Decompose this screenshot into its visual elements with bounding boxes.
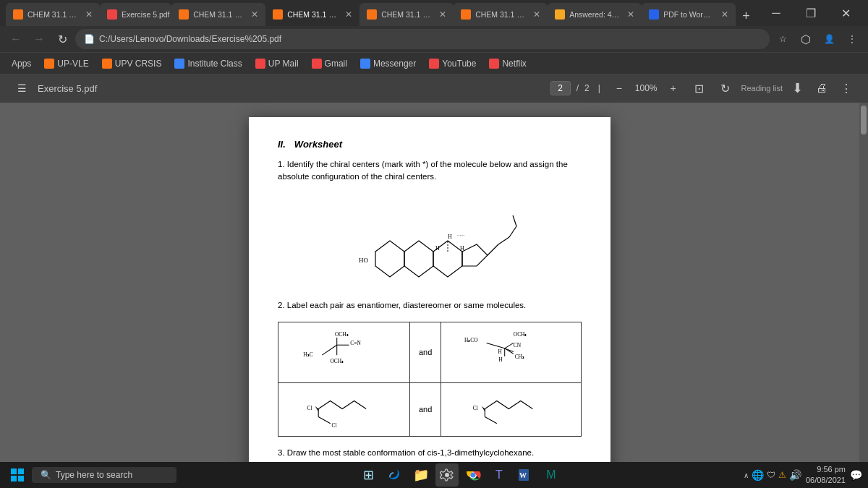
taskbar-volume-icon[interactable]: 🔊: [789, 469, 801, 481]
bookmark-apps[interactable]: Apps: [6, 57, 37, 70]
svg-text:Cl: Cl: [472, 405, 477, 411]
pdf-zoom-out-button[interactable]: −: [609, 78, 629, 98]
bookmark-netflix[interactable]: Netflix: [483, 57, 532, 70]
forward-button[interactable]: →: [29, 29, 49, 49]
svg-point-51: [445, 473, 449, 477]
tab-close-1[interactable]: ✕: [85, 9, 93, 20]
start-button[interactable]: [6, 463, 29, 487]
taskbar-meet[interactable]: M: [540, 463, 563, 487]
reload-button[interactable]: ↻: [52, 29, 72, 49]
restore-button[interactable]: ❐: [794, 0, 827, 26]
pdf-print-button[interactable]: 🖨: [812, 78, 832, 98]
tab-chem-4[interactable]: CHEM 31.1 (ABCD) MY A… ✕: [265, 3, 359, 26]
tab-favicon-5: [367, 9, 377, 20]
pdf-page-controls: / 2 | − 100% + ⊡ ↻: [550, 78, 736, 98]
new-tab-button[interactable]: +: [739, 6, 754, 26]
bookmark-youtube[interactable]: YouTube: [423, 57, 482, 70]
bookmark-gmail-label: Gmail: [325, 59, 347, 69]
scrollbar-thumb[interactable]: [861, 106, 867, 134]
lock-icon: 📄: [84, 34, 95, 44]
q1-text: Identify the chiral centers (mark with *…: [278, 160, 568, 181]
taskbar-network-icon[interactable]: 🌐: [752, 469, 764, 481]
star-button[interactable]: ☆: [773, 29, 793, 49]
pdf-page-input[interactable]: [550, 81, 571, 95]
tab-chem-6[interactable]: CHEM 31.1 (ABCD) MY A… ✕: [454, 3, 548, 26]
bookmark-upvcrsis[interactable]: UPV CRSIS: [96, 57, 168, 70]
tab-label-6: CHEM 31.1 (ABCD) MY A…: [475, 10, 526, 19]
tab-exercise5[interactable]: Exercise 5.pdf ✕: [100, 3, 171, 26]
taskbar-edge-icon[interactable]: [383, 463, 407, 487]
tab-label-8: PDF to Word Converter -…: [663, 10, 714, 19]
pdf-fit-button[interactable]: ⊡: [689, 78, 710, 98]
svg-text:H₃CO: H₃CO: [464, 336, 478, 343]
address-bar[interactable]: 📄 C:/Users/Lenovo/Downloads/Exercise%205…: [75, 29, 770, 49]
pdf-zoom-level: 100%: [635, 83, 658, 93]
profile-button[interactable]: 👤: [819, 29, 839, 49]
taskbar-notification-icon[interactable]: 💬: [850, 469, 862, 481]
pdf-menu-button[interactable]: ☰: [12, 78, 32, 98]
tab-chem-1[interactable]: CHEM 31.1 (ABCD) MY A… ✕: [6, 3, 100, 26]
tab-close-7[interactable]: ✕: [627, 9, 634, 20]
taskbar-chrome[interactable]: [461, 463, 485, 487]
question-1: 1. Identify the chiral centers (mark wit…: [278, 158, 582, 184]
menu-button[interactable]: ⋮: [842, 29, 862, 49]
bookmark-upvle[interactable]: UP-VLE: [38, 57, 94, 70]
tab-close-3[interactable]: ✕: [251, 9, 258, 20]
tab-label-4: CHEM 31.1 (ABCD) MY A…: [287, 10, 338, 19]
reading-list-label: Reading list: [741, 84, 783, 93]
bookmark-upvcrsis-label: UPV CRSIS: [115, 59, 162, 69]
taskbar-chevron-up-icon[interactable]: ∧: [744, 471, 749, 479]
taskbar-teams[interactable]: T: [488, 463, 511, 487]
svg-rect-49: [11, 476, 17, 481]
bookmark-messenger[interactable]: Messenger: [354, 57, 422, 70]
svg-text:H: H: [435, 245, 440, 252]
tab-group: CHEM 31.1 (ABCD) MY A… ✕ Exercise 5.pdf …: [6, 0, 754, 26]
q2-text: Label each pair as enantiomer, diastereo…: [287, 301, 526, 309]
tab-favicon-1: [13, 9, 23, 20]
taskbar-settings[interactable]: [435, 463, 459, 487]
pdf-more-button[interactable]: ⋮: [836, 78, 856, 98]
pdf-zoom-in-button[interactable]: +: [663, 78, 684, 98]
pdf-total-pages: 2: [584, 83, 590, 93]
bookmark-gmail-favicon: [312, 59, 322, 69]
pdf-download-button[interactable]: ⬇: [787, 78, 807, 98]
taskbar-file-explorer[interactable]: 📁: [409, 463, 433, 487]
bookmark-messenger-label: Messenger: [373, 59, 416, 69]
back-button[interactable]: ←: [6, 29, 26, 49]
taskbar-right: ∧ 🌐 🛡 ⚠ 🔊 9:56 pm 06/08/2021 💬: [744, 464, 862, 487]
bookmark-apps-label: Apps: [12, 59, 31, 69]
bookmark-institute[interactable]: Institute Class: [169, 57, 247, 70]
scrollbar-track: [859, 103, 868, 462]
taskbar-search-label: Type here to search: [56, 470, 132, 480]
tab-label-2: Exercise 5.pdf: [122, 10, 170, 19]
svg-text:OCH₃: OCH₃: [331, 358, 344, 364]
svg-line-6: [498, 237, 509, 244]
tab-chem-3[interactable]: CHEM 31.1 (ABCD) MY A… ✕: [171, 3, 265, 26]
q1-num: 1.: [278, 160, 285, 168]
molecule-1-area: HO H: [278, 194, 582, 288]
taskbar-word[interactable]: W: [514, 463, 537, 487]
nav-bar: ← → ↻ 📄 C:/Users/Lenovo/Downloads/Exerci…: [0, 26, 868, 52]
extension-button[interactable]: ⬡: [796, 29, 816, 49]
tab-answered[interactable]: Answered: 4. Identify the… ✕: [548, 3, 642, 26]
tab-chem-5[interactable]: CHEM 31.1 (ABCD) MY A… ✕: [359, 3, 454, 26]
settings-icon: [440, 468, 454, 482]
taskbar-search-bar[interactable]: 🔍 Type here to search: [32, 467, 176, 483]
pdf-rotate-button[interactable]: ↻: [715, 78, 736, 98]
taskbar-clock[interactable]: 9:56 pm 06/08/2021: [806, 464, 846, 487]
tab-pdf-converter[interactable]: PDF to Word Converter -… ✕: [642, 3, 736, 26]
minimize-button[interactable]: ─: [760, 0, 793, 26]
close-button[interactable]: ✕: [829, 0, 862, 26]
bookmark-upmail[interactable]: UP Mail: [250, 57, 305, 70]
taskbar-task-view[interactable]: ⊞: [357, 463, 380, 487]
tab-close-6[interactable]: ✕: [533, 9, 540, 20]
bookmark-gmail[interactable]: Gmail: [306, 57, 353, 70]
pdf-page-separator: /: [576, 83, 579, 93]
pdf-page-area[interactable]: II. Worksheet 1. Identify the chiral cen…: [0, 103, 859, 462]
tab-favicon-7: [555, 9, 565, 20]
tab-close-4[interactable]: ✕: [345, 9, 352, 20]
tab-close-5[interactable]: ✕: [439, 9, 446, 20]
tab-close-8[interactable]: ✕: [721, 9, 728, 20]
svg-text:H: H: [498, 356, 503, 363]
q2-table-row-1: OCH₃ C≡N H₃C OCH₃: [278, 322, 582, 382]
